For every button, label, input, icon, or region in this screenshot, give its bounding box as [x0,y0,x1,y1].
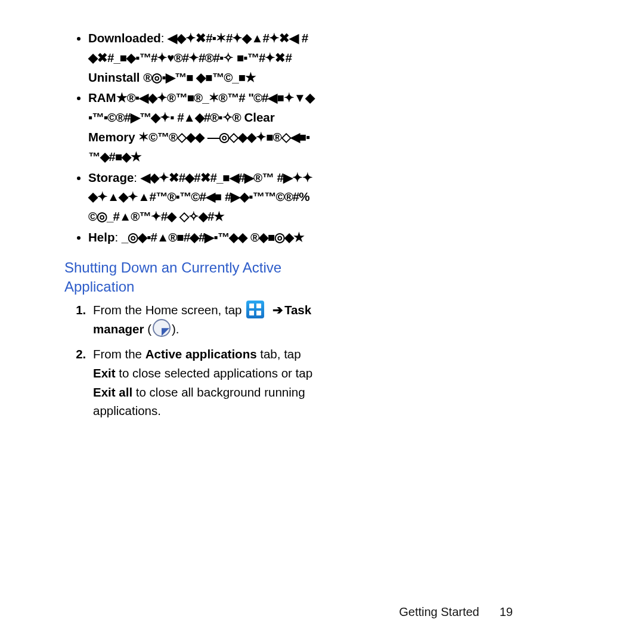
apps-grid-icon [246,301,264,318]
section-heading: Shutting Down an Currently Active Applic… [64,258,315,297]
list-item-ram: RAM★®▪◀◆✦®™■®_✶®™# "©#◀■✦▼◆▪™▪©®#▶™◆✦▪ #… [88,88,315,166]
glyph-text: #▲◆#®▪✧® [177,110,241,124]
glyph-text: ■▪™#✦✖# [237,51,292,64]
paren-close: ). [172,322,179,336]
help-label: Help [88,230,114,244]
colon-sep: : [114,230,121,244]
uninstall-action: Uninstall [88,70,140,84]
storage-label: Storage [88,171,134,184]
step2-text-c: tab, tap [257,347,301,361]
paren-open: ( [144,322,151,336]
glyph-text: ◇✧◆#★ [179,209,224,223]
manual-page: Downloaded: ◀◆✦✖#▪✶#✦◆▲#✦✖◀ #◆✖#_■◆▪™#✦♥… [0,0,644,644]
arrow-right-icon: ➔ [273,303,283,317]
list-item-storage: Storage: ◀◆✦✖#◆#✖#_■◀#▶®™ #▶✦✦◆✦▲◆✦▲#™®▪… [88,168,315,227]
task-manager-pie-icon [153,319,171,337]
colon-sep: : [161,31,168,45]
content-column: Downloaded: ◀◆✦✖#▪✶#✦◆▲#✦✖◀ #◆✖#_■◆▪™#✦♥… [64,29,315,420]
colon-sep: : [134,171,140,184]
step1-text-a: From the Home screen, tap [93,303,242,317]
steps-list: From the Home screen, tap ➔Task manager … [73,301,315,421]
list-item-downloaded: Downloaded: ◀◆✦✖#▪✶#✦◆▲#✦✖◀ #◆✖#_■◆▪™#✦♥… [88,29,315,87]
glyph-text: ★®▪◀◆✦®™■®_✶®™# [116,91,245,104]
footer-page-number: 19 [500,605,513,619]
step-1: From the Home screen, tap ➔Task manager … [89,301,315,339]
exit-all-label: Exit all [93,385,132,399]
exit-label: Exit [93,366,116,380]
glyph-text: ®◎▪▶™■ [143,70,193,84]
step2-text-e: to close selected applications or tap [116,366,312,380]
list-item-help: Help: _◎◆▪#▲®■#◆#▶▪™◆◆ ®◆■◎◆★ [88,228,315,247]
footer-section-title: Getting Started [399,605,479,619]
glyph-text: ◆■™©_■★ [196,70,256,84]
glyph-text: ✶©™®◇◆◆ [138,130,204,144]
tabs-list: Downloaded: ◀◆✦✖#▪✶#✦◆▲#✦✖◀ #◆✖#_■◆▪™#✦♥… [79,29,315,247]
glyph-text: ®◆■◎◆★ [250,230,305,244]
ram-label: RAM [88,91,116,104]
active-applications-label: Active applications [145,347,257,361]
step-2: From the Active applications tab, tap Ex… [89,345,315,420]
downloaded-label: Downloaded [88,31,161,45]
glyph-text: _◎◆▪#▲®■#◆#▶▪™◆◆ [122,230,247,244]
glyph-text: ◀◆✦✖#◆#✖#_■◀#▶®™ [141,171,274,184]
glyph-text: ◀◆✦✖#▪✶#✦◆▲#✦✖◀ [168,31,298,45]
step2-text-a: From the [93,347,145,361]
page-footer: Getting Started 19 [399,605,513,619]
